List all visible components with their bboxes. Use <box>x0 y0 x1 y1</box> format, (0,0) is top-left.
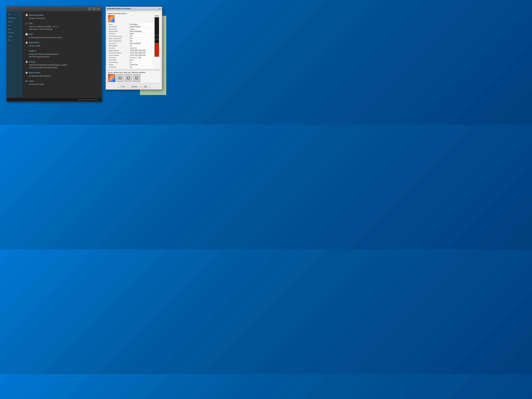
battery-field-value: 37973 mWh (3486 mAh) <box>129 52 153 54</box>
sidebar-item-al-drives[interactable]: al Drives <box>7 31 23 35</box>
sidebar-item-ics[interactable]: ics <box>7 24 23 27</box>
help-button[interactable]: Help <box>141 85 150 88</box>
battery-titlebar: BatteryMon Battery Information ✕ <box>106 7 162 10</box>
battery-title: BatteryMon Battery Information <box>107 8 131 10</box>
section-motherboard-title: Motherboard <box>29 42 39 44</box>
sidebar-item-ary[interactable]: ary <box>7 13 23 16</box>
battery-field-label: Serial Number <box>108 30 129 32</box>
graphics-icon: 🖥 <box>25 50 28 52</box>
battery-field-label: Alert levels <box>108 57 129 59</box>
battery-field-value: N/A <box>129 38 153 40</box>
battery-info-row: Charge cycles54 <box>108 61 153 63</box>
battery-field-label: Battery Temperature <box>108 38 129 40</box>
battery-field-label: Charge rate <box>108 66 129 68</box>
battery-slot-3[interactable]: 🔲 <box>125 74 132 82</box>
battery-field-value: 11332 mWh (1040 mAh) <box>129 54 153 56</box>
battery-field-label: Unique ID <box>108 33 129 35</box>
battery-info-row: Charge rateN/A <box>108 66 153 68</box>
battery-slot-2[interactable]: 🔲 <box>116 74 124 82</box>
sidebar-item-ork[interactable]: ork <box>7 38 23 42</box>
cpu-model: Intel Core i5 8250U @ 1.60GHz <box>29 26 51 28</box>
section-motherboard: 📋 Motherboard HP 8377 (U3E1) <box>25 41 99 47</box>
section-storage-detail: 238GB KBG30ZMV256G TOSHIBA (Unknown (SSD… <box>25 64 99 69</box>
battery-info-row: Current capacity11332 mWh (1040 mAh) <box>108 54 153 56</box>
battery-info-row: ChemistryLithium Ion <box>108 47 153 49</box>
battery-slot-4[interactable]: 🔲 <box>133 74 140 82</box>
sidebar-item-ge[interactable]: ge <box>7 27 23 31</box>
storage-ssd: 238GB KBG30ZMV256G TOSHIBA (Unknown (SSD… <box>29 64 99 66</box>
battery-field-value: N/A <box>129 66 153 68</box>
battery-field-label: Current capacity <box>108 54 129 56</box>
battery-field-value: 47994 mWh (4406 mAh) <box>129 49 153 51</box>
battery-field-value: W: 1516 / L: 3796 <box>129 57 153 59</box>
section-ram: 📊 RAM 16,0GB Dual-Channel Unknown (10-10… <box>25 33 99 39</box>
battery-field-value: N/A <box>129 35 153 37</box>
battery-field-value: 10.894 Volts <box>129 63 153 66</box>
battery-info-row: StatusDischarging <box>108 23 153 25</box>
section-graphics: 🖥 Graphics Generic PnP Monitor (1920x108… <box>25 50 99 58</box>
section-graphics-header: 🖥 Graphics <box>25 50 99 52</box>
sysinfo-body: ary ing System rboard ics ge al Drives n… <box>7 11 101 98</box>
sysinfo-window: — □ ✕ ary ing System rboard ics ge al Dr… <box>6 6 101 101</box>
section-audio-header: 🔊 Audio <box>25 80 99 82</box>
battery-field-label: Critical Bias <box>108 59 129 61</box>
refresh-button[interactable]: Refresh <box>129 85 140 88</box>
section-optical-detail: No optical disk drives detected <box>25 75 99 77</box>
battery-main-area: 🔋 StatusDischargingManufacturerHewlett-P… <box>108 15 160 68</box>
section-cpu-header: ⬛ CPU <box>25 22 99 25</box>
optical-icon: 💿 <box>25 71 28 74</box>
battery-info-row: Time remaining (sec)N/A <box>108 35 153 37</box>
section-storage: 💾 Storage 238GB KBG30ZMV256G TOSHIBA (Un… <box>25 60 99 69</box>
battery-slot-group-title: Select a battery slot (1 Slots and 1 Bat… <box>108 72 160 73</box>
section-motherboard-header: 📋 Motherboard <box>25 41 99 44</box>
battery-button-row: Close Refresh Help <box>107 84 161 89</box>
section-optical-header: 💿 Optical Drives <box>25 71 99 74</box>
battery-icon-area: 🔋 <box>108 15 153 22</box>
battery-field-value: None <box>129 59 153 61</box>
os-icon: 🪟 <box>25 14 28 16</box>
section-ram-title: RAM <box>29 33 33 35</box>
battery-info-row: Alert levelsW: 1516 / L: 3796 <box>108 56 153 59</box>
battery-field-label: Manufacturer <box>108 25 129 28</box>
new-version-bar[interactable]: New version! Click to download... <box>7 98 101 101</box>
ram-icon: 📊 <box>25 33 28 36</box>
section-storage-title: Storage <box>29 61 35 63</box>
sysinfo-titlebar: — □ ✕ <box>7 7 101 11</box>
cpu-icon: ⬛ <box>25 22 28 25</box>
sidebar-item-nerals[interactable]: nerals <box>7 35 23 38</box>
battery-gauge-fill <box>155 43 159 57</box>
section-os: 🪟 Operating System Windows 10 Pro 64-bit <box>25 14 99 20</box>
battery-info-row: RechargeableYes <box>108 44 153 47</box>
maximize-button[interactable]: □ <box>92 7 96 10</box>
cpu-tech: Kaby Lake-U/Y 14nm Technology <box>29 28 52 30</box>
battery-info-row: Serial Number35021 2019/01/04 <box>108 30 153 33</box>
battery-field-label: Type of use <box>108 42 129 44</box>
battery-field-value: Lithium Ion <box>129 47 153 49</box>
battery-info-row: Voltage10.894 Volts <box>108 63 153 66</box>
battery-close-icon[interactable]: ✕ <box>158 7 161 10</box>
storage-usb: 14GB General UDisk USB Device (USB ) <box>29 66 99 69</box>
battery-info-row: Design capacity47994 mWh (4406 mAh) <box>108 49 153 52</box>
section-cpu-title: CPU <box>29 22 32 24</box>
battery-percent-label: 29.8% <box>155 15 159 17</box>
section-cpu: ⬛ CPU Intel Core i5 8250U @ 1.60GHz 44 °… <box>25 22 99 31</box>
sidebar-item-ing-system[interactable]: ing System <box>7 16 23 20</box>
battery-gauge-area: 29.8% <box>154 15 160 68</box>
battery-body: Battery Information (Slot 1) 🔋 StatusDis… <box>106 10 162 89</box>
section-ram-header: 📊 RAM <box>25 33 99 36</box>
battery-field-label: Rechargeable <box>108 44 129 47</box>
motherboard-icon: 📋 <box>25 41 28 44</box>
battery-field-label: Charge cycles <box>108 61 129 63</box>
close-button[interactable]: ✕ <box>97 7 100 10</box>
sidebar-item-rboard[interactable]: rboard <box>7 20 23 24</box>
battery-info-row: Battery TemperatureN/A <box>108 37 153 40</box>
battery-field-value: Normal operation <box>129 42 153 44</box>
close-button[interactable]: Close <box>118 85 128 88</box>
section-ram-detail: 16,0GB Dual-Channel Unknown (10-10-10-28… <box>25 36 99 39</box>
battery-field-label: Time remaining (sec) <box>108 35 129 37</box>
battery-info-row: ManufacturerHewlett-Packard <box>108 25 153 28</box>
minimize-button[interactable]: — <box>88 7 91 10</box>
battery-slot-1[interactable]: 🔋 <box>108 74 115 82</box>
section-optical-title: Optical Drives <box>29 72 40 74</box>
battery-field-label: Chemistry <box>108 47 129 49</box>
